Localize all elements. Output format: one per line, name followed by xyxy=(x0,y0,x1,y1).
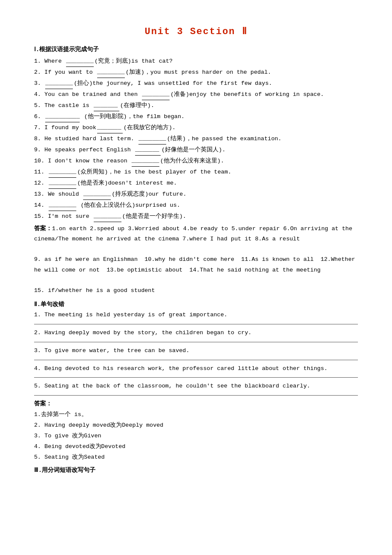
section-i-item-4: 4. You can be trained and then ________(… xyxy=(34,89,358,100)
section-ii-item-wrapper-3: 3. To give more water, the tree can be s… xyxy=(34,346,358,360)
section-ii-item-wrapper-4: 4. Being devoted to his research work, t… xyxy=(34,364,358,378)
section-i-answers: 答案：1.on earth 2.speed up 3.Worried about… xyxy=(34,224,358,296)
section-i-items: 1. Where ________(究竟；到底)is that cat?2. I… xyxy=(34,56,358,222)
section-ii-answer-label: 答案： xyxy=(34,401,52,407)
divider-3 xyxy=(34,360,358,360)
section-ii-answers: 答案：1.去掉第一个 is。2. Having deeply moved改为De… xyxy=(34,399,358,463)
section-ii-answer-line-0: 1.去掉第一个 is。 xyxy=(34,410,358,420)
section-ii-answer-line-3: 4. Being devoted改为Devoted xyxy=(34,442,358,452)
section-i-item-9: 9. He speaks perfect English _______(好像他… xyxy=(34,145,358,156)
section-i-item-12: 12. ________(他是否来)doesn't interest me. xyxy=(34,178,358,189)
section-ii-item-5: 5. Seating at the back of the classroom,… xyxy=(34,381,358,392)
divider-4 xyxy=(34,377,358,378)
section-ii-items: 1. The meeting is held yesterday is of g… xyxy=(34,310,358,396)
divider-2 xyxy=(34,342,358,342)
section-ii-answer-line-1: 2. Having deeply moved改为Deeply moved xyxy=(34,420,358,431)
section-i-heading: Ⅰ.根据汉语提示完成句子 xyxy=(34,46,358,53)
section-ii-item-wrapper-1: 1. The meeting is held yesterday is of g… xyxy=(34,310,358,324)
section-i-item-7: 7. I found my book_______(在我放它的地方). xyxy=(34,122,358,133)
section-ii-item-2: 2. Having deeply moved by the story, the… xyxy=(34,328,358,338)
section-ii-item-1: 1. The meeting is held yesterday is of g… xyxy=(34,310,358,321)
section-ii-answer-line-2: 3. To give 改为Given xyxy=(34,431,358,442)
section-i-item-6: 6. __________ (他一到电影院)，the film began. xyxy=(34,111,358,122)
section-ii-answer-line-4: 5. Seating 改为Seated xyxy=(34,452,358,463)
section-i-item-14: 14. ________ (他在会上没说什么)surprised us. xyxy=(34,200,358,211)
section-i-item-1: 1. Where ________(究竟；到底)is that cat? xyxy=(34,56,358,67)
section-i-answer-label: 答案： xyxy=(34,225,52,232)
section-ii-item-3: 3. To give more water, the tree can be s… xyxy=(34,346,358,356)
divider-5 xyxy=(34,395,358,396)
section-i-answer-line-2: 15. if/whether he is a good student xyxy=(34,287,155,294)
section-i-answer-line-0: 1.on earth 2.speed up 3.Worried about 4.… xyxy=(34,225,352,242)
section-ii-item-wrapper-5: 5. Seating at the back of the classroom,… xyxy=(34,381,358,396)
section-i-item-2: 2. If you want to ________(加速)，you must … xyxy=(34,67,358,78)
section-i-answer-line-1: 9. as if he were an Englishman 10.why he… xyxy=(34,256,359,273)
section-i-item-13: 13. We should ________(持乐观态度)our future. xyxy=(34,189,358,200)
section-i-item-15: 15. I'm not sure ________(他是否是一个好学生). xyxy=(34,211,358,222)
section-iii-heading: Ⅲ.用分词短语改写句子 xyxy=(34,466,358,474)
section-i-item-3: 3. ________(担心)the journey, I was unsett… xyxy=(34,78,358,89)
page-title: Unit 3 Section Ⅱ xyxy=(34,26,358,37)
section-i-item-10: 10. I don't know the reason ________(他为什… xyxy=(34,156,358,167)
divider-1 xyxy=(34,324,358,324)
section-i-item-8: 8. He studied hard last term. ________(结… xyxy=(34,133,358,145)
section-i-item-5: 5. The castle is _______(在修理中). xyxy=(34,100,358,111)
section-ii-item-4: 4. Being devoted to his research work, t… xyxy=(34,364,358,374)
section-ii-item-wrapper-2: 2. Having deeply moved by the story, the… xyxy=(34,328,358,342)
section-ii-heading: Ⅱ.单句改错 xyxy=(34,301,358,308)
section-i-item-11: 11. ________(众所周知)，he is the best player… xyxy=(34,167,358,178)
